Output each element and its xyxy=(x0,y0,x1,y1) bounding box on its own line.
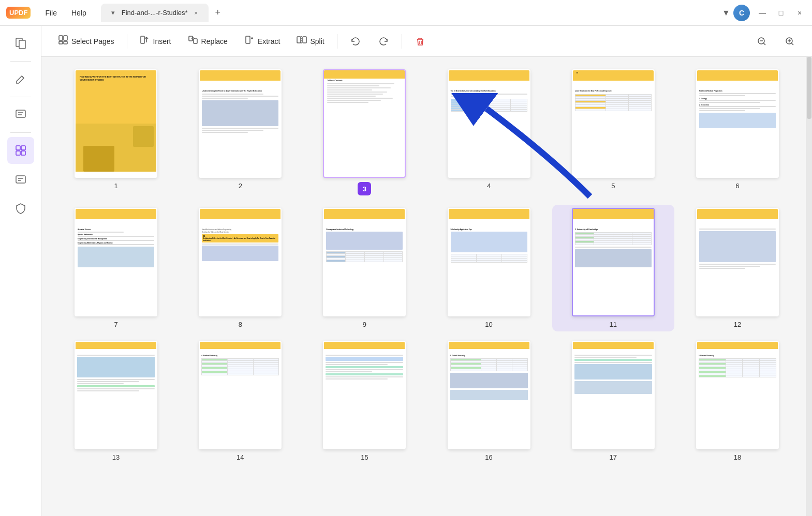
page-thumb-6[interactable]: Health and Medical Preparation 1. Zoolog… xyxy=(696,69,779,178)
page-item-12[interactable]: 12 xyxy=(680,208,795,328)
page-thumb-7[interactable]: Actuarial Science Applied Mathematics En… xyxy=(75,208,157,316)
menu-file[interactable]: File xyxy=(39,7,63,19)
replace-button[interactable]: Replace xyxy=(182,32,234,51)
extract-icon xyxy=(244,35,255,48)
minimize-button[interactable]: — xyxy=(756,7,769,19)
tab-list-button[interactable]: ▼ xyxy=(719,6,733,20)
page-thumb-17[interactable] xyxy=(572,341,655,449)
page-item-4[interactable]: 02 The 10 Best Global Universities Leadi… xyxy=(431,69,547,195)
page-thumb-13[interactable] xyxy=(75,341,157,449)
page-thumb-5[interactable]: 03 Learn How to Get the Best Professiona… xyxy=(572,69,655,178)
page-item-6[interactable]: Health and Medical Preparation 1. Zoolog… xyxy=(680,69,795,195)
page-number-8: 8 xyxy=(239,321,242,328)
sidebar-icon-comment[interactable] xyxy=(7,101,34,128)
svg-rect-15 xyxy=(64,41,67,44)
page-number-11: 11 xyxy=(610,321,617,328)
page-thumb-16[interactable]: 6. Oxford University xyxy=(448,341,530,449)
svg-rect-14 xyxy=(59,41,63,44)
page-item-14[interactable]: 4. Stanford University xyxy=(182,341,298,461)
page-item-16[interactable]: 6. Oxford University xyxy=(431,341,547,461)
page-thumb-9[interactable]: Pennsylvania Institute of Technology xyxy=(323,208,406,316)
insert-button[interactable]: Insert xyxy=(134,32,178,51)
zoom-out-button[interactable] xyxy=(750,33,774,50)
scrollbar-thumb[interactable] xyxy=(807,57,811,119)
page-number-16: 16 xyxy=(485,453,492,461)
tab-close-icon[interactable]: × xyxy=(192,9,200,17)
svg-rect-5 xyxy=(16,146,20,150)
new-tab-button[interactable]: + xyxy=(211,6,225,20)
page-item-9[interactable]: Pennsylvania Institute of Technology xyxy=(306,208,422,328)
svg-rect-13 xyxy=(64,36,67,40)
toolbar-sep-3 xyxy=(402,34,402,49)
sidebar-icon-pages[interactable] xyxy=(7,30,34,57)
page-item-8[interactable]: Naval Architecture and Marine Engineerin… xyxy=(182,208,298,328)
svg-line-30 xyxy=(791,43,793,45)
page-number-2: 2 xyxy=(239,182,242,190)
tab-dropdown-icon[interactable]: ▾ xyxy=(109,9,117,17)
split-button[interactable]: Split xyxy=(290,32,330,51)
titlebar-right: C — □ × xyxy=(733,5,806,21)
extract-button[interactable]: Extract xyxy=(238,32,287,51)
svg-rect-8 xyxy=(21,151,25,155)
replace-icon xyxy=(188,35,198,48)
svg-rect-19 xyxy=(194,39,197,43)
page-thumb-14[interactable]: 4. Stanford University xyxy=(199,341,282,449)
sidebar-icon-edit[interactable] xyxy=(7,66,34,93)
sidebar-icon-security[interactable] xyxy=(7,195,34,222)
svg-rect-21 xyxy=(297,37,301,43)
menu-bar: File Help xyxy=(39,7,92,19)
page-thumb-8[interactable]: Naval Architecture and Marine Engineerin… xyxy=(199,208,282,316)
page-item-17[interactable]: 17 xyxy=(555,341,671,461)
page-item-2[interactable]: 07 Understanding the Need to Apply Inter… xyxy=(182,69,298,195)
page-thumb-15[interactable] xyxy=(323,341,406,449)
page-number-13: 13 xyxy=(112,453,120,461)
zoom-out-icon xyxy=(756,36,767,47)
page-thumb-10[interactable]: Scholarship Application Tips xyxy=(448,208,530,316)
page-item-11[interactable]: 3. University of Cambridge xyxy=(552,205,674,331)
zoom-in-button[interactable] xyxy=(778,33,802,50)
main-layout: Select Pages Insert Replace Extract xyxy=(0,26,812,516)
page-item-1[interactable]: Find and Apply For the Best Institutes I… xyxy=(58,69,174,195)
page-thumb-18[interactable]: 5. Harvard University xyxy=(696,341,779,449)
svg-rect-1 xyxy=(19,40,25,49)
scrollbar-track[interactable] xyxy=(806,57,812,516)
select-pages-button[interactable]: Select Pages xyxy=(52,32,121,51)
svg-rect-20 xyxy=(246,36,250,43)
page-thumb-1[interactable]: Find and Apply For the Best Institutes I… xyxy=(75,69,157,178)
extract-label: Extract xyxy=(258,37,280,45)
rotate-left-button[interactable] xyxy=(344,33,367,50)
sidebar-divider-2 xyxy=(10,97,31,97)
page-thumb-2[interactable]: 07 Understanding the Need to Apply Inter… xyxy=(199,69,282,178)
delete-button[interactable] xyxy=(408,33,432,50)
svg-rect-7 xyxy=(16,151,20,155)
page-item-18[interactable]: 5. Harvard University xyxy=(680,341,795,461)
page-item-5[interactable]: 03 Learn How to Get the Best Professiona… xyxy=(555,69,671,195)
page-item-10[interactable]: Scholarship Application Tips xyxy=(431,208,547,328)
page-item-7[interactable]: Actuarial Science Applied Mathematics En… xyxy=(58,208,174,328)
svg-rect-22 xyxy=(303,37,306,43)
maximize-button[interactable]: □ xyxy=(775,7,787,19)
page-number-6: 6 xyxy=(735,182,739,190)
rotate-right-button[interactable] xyxy=(372,33,395,50)
sidebar-icon-organize[interactable] xyxy=(7,137,34,164)
page-number-18: 18 xyxy=(734,453,741,461)
page-item-13[interactable]: 13 xyxy=(58,341,174,461)
split-label: Split xyxy=(310,37,324,45)
svg-line-26 xyxy=(763,43,765,45)
svg-rect-16 xyxy=(141,36,144,43)
page-thumb-11[interactable]: 3. University of Cambridge xyxy=(572,208,655,316)
tab-area: ▾ Find-and-...-r-Studies* × + xyxy=(101,4,719,22)
menu-help[interactable]: Help xyxy=(65,7,93,19)
page-thumb-4[interactable]: 02 The 10 Best Global Universities Leadi… xyxy=(448,69,530,178)
rotate-right-icon xyxy=(378,36,389,47)
active-tab[interactable]: ▾ Find-and-...-r-Studies* × xyxy=(101,4,209,22)
page-thumb-3[interactable]: Table of Contents xyxy=(323,69,406,178)
page-number-5: 5 xyxy=(611,182,615,190)
close-button[interactable]: × xyxy=(793,7,806,19)
user-avatar[interactable]: C xyxy=(733,5,750,21)
sidebar-icon-forms[interactable] xyxy=(7,166,34,193)
page-item-15[interactable]: 15 xyxy=(306,341,422,461)
page-item-3[interactable]: Table of Contents xyxy=(306,69,422,195)
content-area: Select Pages Insert Replace Extract xyxy=(41,26,812,516)
page-thumb-12[interactable] xyxy=(696,208,779,316)
